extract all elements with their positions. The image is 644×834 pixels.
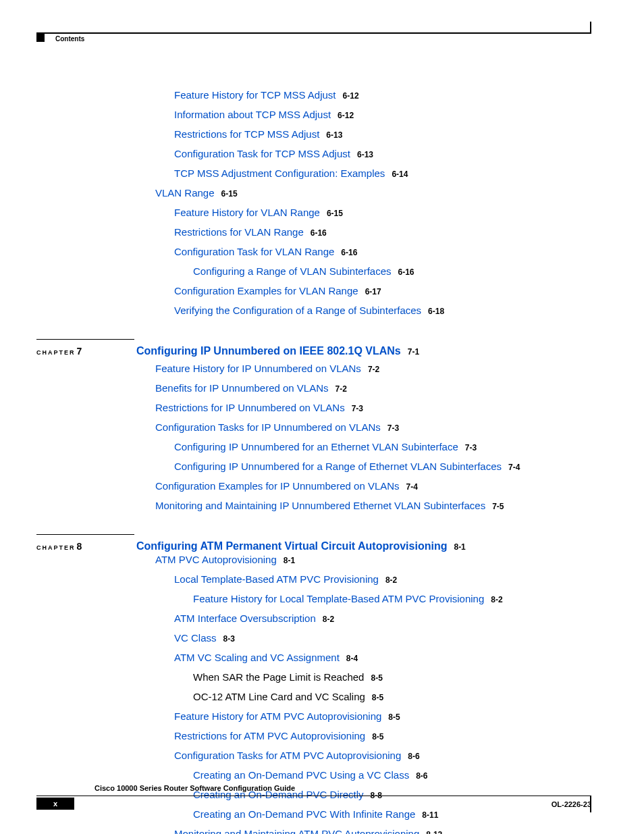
toc-entry: Information about TCP MSS Adjust6-12 [174,107,597,122]
page-ref: 6-13 [357,150,373,159]
toc-link[interactable]: VC Class [174,632,217,644]
page-ref: 7-3 [387,423,399,433]
toc-link[interactable]: Monitoring and Maintaining IP Unnumbered… [155,500,485,511]
page-number: x [53,800,57,808]
page-ref: 8-6 [416,771,427,781]
toc-link[interactable]: Restrictions for ATM PVC Autoprovisionin… [174,730,365,741]
toc-entry: Monitoring and Maintaining IP Unnumbered… [155,498,597,513]
toc-entry: Configuring IP Unnumbered for an Etherne… [174,440,597,454]
page-ref: 6-16 [398,267,414,277]
page-ref: 7-4 [508,463,520,472]
toc-link[interactable]: Configuration Examples for IP Unnumbered… [155,480,400,492]
toc-link[interactable]: Feature History for Local Template-Based… [193,593,484,604]
table-of-contents: Feature History for TCP MSS Adjust6-12In… [36,88,597,834]
page-ref: 8-5 [388,712,400,722]
page-ref: 7-5 [492,502,504,511]
toc-entry: Restrictions for VLAN Range6-16 [174,225,597,239]
toc-link[interactable]: TCP MSS Adjustment Configuration: Exampl… [174,167,385,179]
toc-link[interactable]: Feature History for TCP MSS Adjust [174,89,336,101]
toc-link[interactable]: Verifying the Configuration of a Range o… [174,305,421,316]
toc-entry: Creating an On-Demand PVC Using a VC Cla… [193,768,597,782]
toc-link[interactable]: Feature History for ATM PVC Autoprovisio… [174,710,381,722]
toc-link[interactable]: Creating an On-Demand PVC Using a VC Cla… [193,769,409,781]
toc-link[interactable]: Restrictions for IP Unnumbered on VLANs [155,402,345,413]
footer-title: Cisco 10000 Series Router Software Confi… [95,784,295,792]
toc-link[interactable]: ATM VC Scaling and VC Assignment [174,652,340,663]
toc-entry: Local Template-Based ATM PVC Provisionin… [174,572,597,586]
page-ref: 7-3 [465,443,477,452]
toc-entry: ATM PVC Autoprovisioning8-1 [155,552,597,567]
page-ref: 6-12 [338,111,354,120]
chapter-label: CHAPTER [36,544,76,551]
toc-entry: Configuration Tasks for ATM PVC Autoprov… [174,748,597,762]
toc-link[interactable]: Information about TCP MSS Adjust [174,109,331,120]
toc-entry: Configuration Examples for IP Unnumbered… [155,479,597,493]
toc-link[interactable]: VLAN Range [155,187,215,199]
chapter-rule [36,339,134,340]
toc-link[interactable]: Monitoring and Maintaining ATM PVC Autop… [174,828,419,834]
toc-link[interactable]: Local Template-Based ATM PVC Provisionin… [174,573,379,585]
toc-link[interactable]: Configuration Tasks for IP Unnumbered on… [155,421,381,433]
header-rule [36,32,591,34]
footer-notch [590,796,591,812]
chapter-number: 7 [77,346,82,357]
page-ref: 8-3 [223,634,235,644]
footer-rule [36,796,591,796]
toc-entry: Feature History for VLAN Range6-15 [174,205,597,219]
page-ref: 8-5 [372,732,383,741]
toc-entry: VLAN Range6-15 [155,186,597,200]
page-ref: 6-15 [221,189,238,199]
chapter-7-title-link[interactable]: Configuring IP Unnumbered on IEEE 802.1Q… [136,345,401,357]
page-ref: 8-4 [346,654,358,663]
toc-link[interactable]: Configuration Examples for VLAN Range [174,285,358,296]
toc-entry: Configuration Tasks for IP Unnumbered on… [155,420,597,434]
toc-entry: ATM VC Scaling and VC Assignment8-4 [174,650,597,664]
toc-link[interactable]: Configuring IP Unnumbered for a Range of… [174,461,502,472]
toc-link[interactable]: Feature History for VLAN Range [174,207,320,218]
chapter-label: CHAPTER [36,349,76,356]
page-ref: 8-5 [371,673,382,683]
page-ref: 7-1 [408,347,419,357]
toc-link[interactable]: Configuring a Range of VLAN Subinterface… [193,265,392,277]
toc-entry: Verifying the Configuration of a Range o… [174,303,597,317]
toc-link[interactable]: Configuration Tasks for ATM PVC Autoprov… [174,750,401,761]
chapter-8-title-link[interactable]: Configuring ATM Permanent Virtual Circui… [136,540,447,552]
toc-entry: Configuration Task for VLAN Range6-16 [174,244,597,259]
toc-link[interactable]: Benefits for IP Unnumbered on VLANs [155,382,329,394]
page-ref: 6-17 [365,287,381,296]
page-ref: 8-1 [454,542,465,552]
toc-entry: TCP MSS Adjustment Configuration: Exampl… [174,166,597,180]
page-ref: 6-18 [428,307,444,316]
page-ref: 8-2 [385,575,397,585]
toc-link[interactable]: ATM PVC Autoprovisioning [155,554,277,565]
toc-entry: OC-12 ATM Line Card and VC Scaling8-5 [193,689,597,704]
toc-entry: Monitoring and Maintaining ATM PVC Autop… [174,827,597,834]
page-ref: 6-12 [343,91,359,101]
chapter-number: 8 [77,541,82,552]
toc-link: When SAR the Page Limit is Reached [193,671,364,683]
toc-link[interactable]: Feature History for IP Unnumbered on VLA… [155,363,361,374]
toc-link[interactable]: Restrictions for VLAN Range [174,226,304,238]
toc-link[interactable]: Configuring IP Unnumbered for an Etherne… [174,441,458,452]
page-ref: 8-6 [408,752,419,761]
toc-entry: Configuration Examples for VLAN Range6-1… [174,284,597,298]
chapter-8-row: CHAPTER8 Configuring ATM Permanent Virtu… [36,539,597,552]
header-notch [590,22,591,34]
toc-link: OC-12 ATM Line Card and VC Scaling [193,691,365,702]
toc-link[interactable]: Configuration Task for TCP MSS Adjust [174,148,350,159]
toc-link[interactable]: Configuration Task for VLAN Range [174,246,334,257]
toc-link[interactable]: Restrictions for TCP MSS Adjust [174,128,319,140]
toc-entry: Restrictions for ATM PVC Autoprovisionin… [174,729,597,743]
toc-entry: When SAR the Page Limit is Reached8-5 [193,670,597,684]
toc-link[interactable]: ATM Interface Oversubscription [174,613,316,624]
document-id: OL-2226-23 [552,800,591,808]
header-square-icon [36,34,45,42]
page-ref: 8-5 [372,693,383,702]
toc-link[interactable]: Creating an On-Demand PVC With Infinite … [193,808,415,820]
page-ref: 7-2 [336,384,347,394]
toc-entry: Feature History for TCP MSS Adjust6-12 [174,88,597,102]
toc-entry: Configuring a Range of VLAN Subinterface… [193,264,597,278]
contents-label: Contents [55,35,84,43]
chapter-7-row: CHAPTER7 Configuring IP Unnumbered on IE… [36,344,597,357]
page-ref: 7-3 [352,404,363,413]
